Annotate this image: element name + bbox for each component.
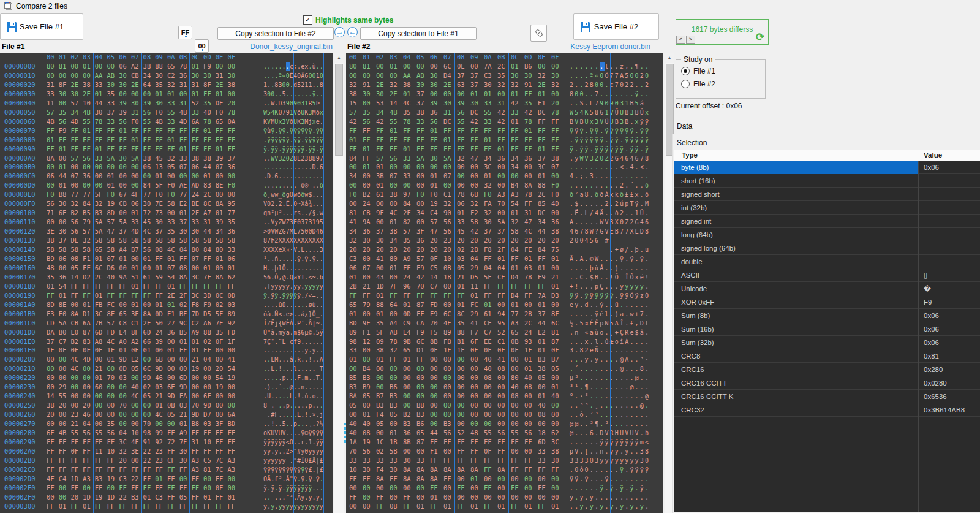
hex-byte[interactable]: 01 <box>538 300 546 310</box>
hex-byte[interactable]: DC <box>443 117 451 126</box>
hex-byte[interactable]: 3C <box>551 438 559 447</box>
hex-byte[interactable]: FF <box>551 117 559 126</box>
hex-byte[interactable]: E1 <box>538 99 546 108</box>
hex-byte[interactable]: 00 <box>403 373 411 382</box>
hex-byte[interactable]: 0F <box>59 346 67 355</box>
hex-byte[interactable]: 30 <box>551 456 559 465</box>
hex-byte[interactable]: C3 <box>119 474 127 484</box>
hex-byte[interactable]: 35 <box>155 80 163 89</box>
hex-byte[interactable]: 63 <box>457 80 465 89</box>
eraser-button[interactable] <box>530 25 547 42</box>
hex-byte[interactable]: 01 <box>83 300 91 310</box>
hex-byte[interactable]: 04 <box>119 428 127 438</box>
hex-byte[interactable]: 01 <box>203 172 211 181</box>
ascii-char[interactable]: ÿ <box>635 89 640 99</box>
hex-byte[interactable]: 00 <box>228 474 236 484</box>
ascii-char[interactable]: ÿ <box>585 355 590 364</box>
ascii-char[interactable]: z <box>640 291 645 300</box>
hex-byte[interactable]: DA <box>47 328 55 337</box>
hex-byte[interactable]: 78 <box>551 108 559 117</box>
hex-byte[interactable]: D2 <box>83 273 91 282</box>
hex-byte[interactable]: 01 <box>390 218 398 227</box>
ascii-char[interactable]: ÿ <box>595 145 600 154</box>
ascii-char[interactable]: . <box>605 382 609 392</box>
hex-byte[interactable]: 36 <box>497 154 505 163</box>
hex-byte[interactable]: 6C <box>443 310 451 319</box>
hex-byte[interactable]: 5F <box>155 181 163 190</box>
ascii-char[interactable]: . <box>320 382 323 392</box>
ascii-char[interactable]: . <box>570 162 575 172</box>
ascii-char[interactable]: 2 <box>640 71 645 80</box>
next-diff-button[interactable]: > <box>686 36 695 44</box>
ascii-char[interactable]: ÿ <box>320 126 323 135</box>
ascii-char[interactable]: ÿ <box>600 291 605 300</box>
hex-byte[interactable]: F0 <box>47 190 55 199</box>
hex-byte[interactable]: 38 <box>551 447 559 456</box>
ascii-char[interactable]: ÿ <box>575 126 579 135</box>
hex-byte[interactable]: FF <box>95 135 103 145</box>
hex-byte[interactable]: 0F <box>511 346 519 355</box>
hex-byte[interactable]: B3 <box>403 419 411 428</box>
hex-byte[interactable]: 23 <box>70 410 78 419</box>
hex-byte[interactable]: 33 <box>179 154 187 163</box>
ascii-char[interactable] <box>620 236 625 245</box>
hex-byte[interactable]: 01 <box>95 291 103 300</box>
hex-byte[interactable]: 01 <box>349 355 357 364</box>
copy-selection-to-file2-button[interactable]: Copy selection to File #2 <box>217 27 334 40</box>
hex-byte[interactable]: 78 <box>403 117 411 126</box>
ascii-char[interactable]: ± <box>610 337 615 346</box>
ascii-char[interactable]: . <box>605 181 609 190</box>
hex-byte[interactable]: 70 <box>349 447 357 456</box>
ascii-char[interactable]: . <box>320 337 323 346</box>
hex-byte[interactable]: 4C <box>70 355 78 364</box>
hex-byte[interactable]: 4C <box>390 208 398 218</box>
hex-byte[interactable]: 00 <box>457 474 465 484</box>
ascii-char[interactable]: ÿ <box>620 126 625 135</box>
hex-byte[interactable]: FF <box>95 126 103 135</box>
hex-byte[interactable]: FF <box>70 282 78 291</box>
hex-byte[interactable]: 38 <box>551 227 559 236</box>
hex-byte[interactable]: FF <box>524 135 532 145</box>
ascii-char[interactable]: Å <box>600 264 605 273</box>
inspector-row[interactable]: CRC80x81 <box>674 350 980 363</box>
ascii-char[interactable]: . <box>630 474 635 484</box>
inspector-type-cell[interactable]: long (64b) <box>674 229 918 241</box>
hex-byte[interactable]: C3 <box>349 254 357 264</box>
hex-byte[interactable]: 37 <box>47 337 55 346</box>
hex-byte[interactable]: FF <box>179 126 187 135</box>
hex-byte[interactable]: FF <box>119 484 127 493</box>
hex-byte[interactable]: 80 <box>511 373 519 382</box>
ascii-char[interactable]: . <box>579 474 584 484</box>
hex-byte[interactable]: C5 <box>203 456 211 465</box>
ascii-char[interactable]: . <box>615 502 620 511</box>
hex-byte[interactable]: F9 <box>203 300 211 310</box>
hex-byte[interactable]: FF <box>511 465 519 474</box>
hex-byte[interactable]: FF <box>470 456 478 465</box>
ascii-char[interactable]: 2 <box>645 80 650 89</box>
hex-byte[interactable]: B5 <box>83 208 91 218</box>
ascii-char[interactable]: . <box>600 337 605 346</box>
hex-byte[interactable]: 00 <box>376 199 384 208</box>
hex-byte[interactable]: FF <box>47 456 55 465</box>
ascii-char[interactable]: _ <box>620 273 625 282</box>
ascii-char[interactable]: ) <box>615 264 620 273</box>
ascii-char[interactable]: . <box>635 419 640 428</box>
hex-byte[interactable]: DC <box>538 208 546 218</box>
ascii-char[interactable]: D <box>640 227 645 236</box>
ascii-char[interactable]: 3 <box>590 172 595 181</box>
ascii-char[interactable]: 6 <box>320 162 323 172</box>
ascii-char[interactable]: . <box>605 410 609 419</box>
ascii-char[interactable]: ÿ <box>610 135 615 145</box>
hex-byte[interactable]: 08 <box>155 245 163 254</box>
hex-byte[interactable]: FF <box>95 465 103 474</box>
ascii-char[interactable]: 2 <box>615 199 620 208</box>
hex-byte[interactable]: 19 <box>216 382 224 392</box>
ascii-char[interactable]: . <box>610 208 615 218</box>
ascii-char[interactable]: . <box>645 364 650 373</box>
hex-byte[interactable]: FF <box>155 126 163 135</box>
ascii-char[interactable]: 1 <box>625 99 630 108</box>
hex-byte[interactable]: C8 <box>119 319 127 328</box>
ascii-char[interactable]: ÿ <box>575 474 579 484</box>
ascii-char[interactable]: . <box>625 502 630 511</box>
ascii-char[interactable]: G <box>600 227 605 236</box>
